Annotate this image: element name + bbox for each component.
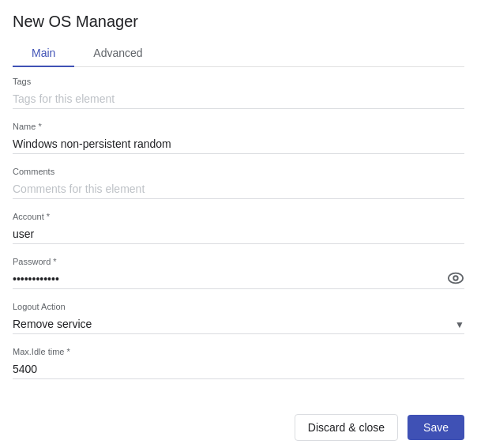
page-container: New OS Manager Main Advanced Tags Name C… bbox=[0, 0, 477, 448]
password-field: Password bbox=[13, 257, 464, 289]
account-input[interactable] bbox=[13, 224, 464, 244]
tags-label: Tags bbox=[13, 77, 464, 86]
logout-action-wrapper: Remove service Logout Shutdown Restart ▼ bbox=[13, 314, 464, 334]
svg-point-0 bbox=[449, 273, 463, 284]
name-input[interactable] bbox=[13, 134, 464, 154]
name-label: Name bbox=[13, 122, 464, 131]
password-wrapper bbox=[13, 269, 464, 289]
tab-advanced[interactable]: Advanced bbox=[74, 40, 161, 67]
comments-input[interactable] bbox=[13, 179, 464, 199]
tabs: Main Advanced bbox=[13, 40, 464, 67]
tags-input[interactable] bbox=[13, 89, 464, 109]
logout-action-field: Logout Action Remove service Logout Shut… bbox=[13, 302, 464, 334]
comments-label: Comments bbox=[13, 167, 464, 176]
max-idle-time-input[interactable] bbox=[13, 360, 464, 379]
account-field: Account bbox=[13, 212, 464, 244]
footer: Discard & close Save bbox=[0, 401, 477, 448]
form-container: Tags Name Comments Account Password bbox=[0, 67, 477, 401]
name-field: Name bbox=[13, 122, 464, 154]
tab-main[interactable]: Main bbox=[13, 40, 74, 67]
max-idle-time-field: Max.Idle time bbox=[13, 347, 464, 379]
save-button[interactable]: Save bbox=[408, 415, 464, 440]
password-input[interactable] bbox=[13, 269, 464, 289]
logout-action-select[interactable]: Remove service Logout Shutdown Restart bbox=[13, 314, 464, 334]
tags-field: Tags bbox=[13, 77, 464, 109]
page-title: New OS Manager bbox=[13, 13, 464, 31]
eye-icon[interactable] bbox=[447, 269, 464, 289]
header: New OS Manager Main Advanced bbox=[0, 0, 477, 67]
svg-point-1 bbox=[453, 276, 458, 280]
max-idle-time-label: Max.Idle time bbox=[13, 347, 464, 356]
account-label: Account bbox=[13, 212, 464, 221]
comments-field: Comments bbox=[13, 167, 464, 199]
discard-close-button[interactable]: Discard & close bbox=[295, 414, 398, 441]
password-label: Password bbox=[13, 257, 464, 266]
logout-action-label: Logout Action bbox=[13, 302, 464, 311]
